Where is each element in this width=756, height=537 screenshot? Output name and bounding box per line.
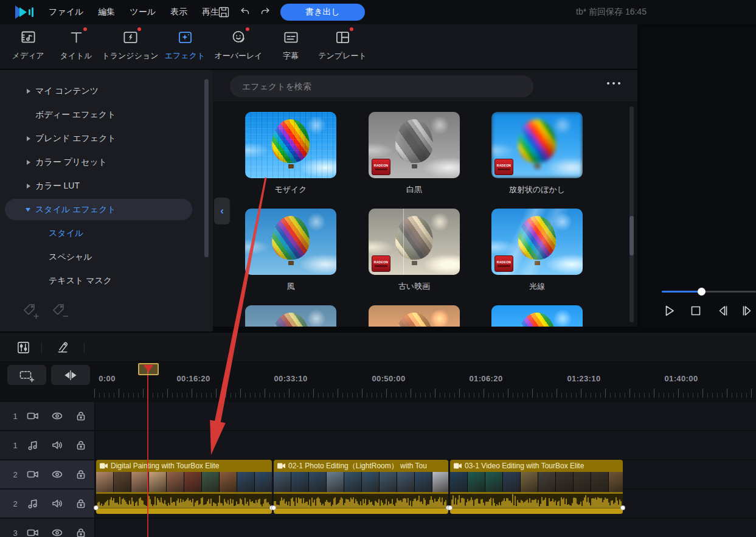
- track-row-video-3: 3: [0, 519, 756, 537]
- timeline-clip-digital-painting[interactable]: Digital Painting with TourBox Elite: [96, 460, 272, 514]
- speaker-icon[interactable]: [51, 497, 63, 510]
- divider: [41, 342, 42, 353]
- visibility-eye-icon[interactable]: [51, 410, 63, 422]
- menu-view[interactable]: 表示: [170, 7, 187, 18]
- visibility-eye-icon[interactable]: [51, 468, 63, 480]
- more-menu-icon[interactable]: [607, 82, 620, 85]
- tab-template[interactable]: テンプレート: [309, 29, 376, 67]
- ruler-timestamp: 01:40:00: [664, 374, 698, 383]
- sidebar-item-text-mask[interactable]: テキスト マスク: [0, 269, 213, 293]
- sidebar-item-style-effects[interactable]: スタイル エフェクト: [5, 199, 192, 220]
- effect-card-wind[interactable]: 風: [245, 209, 336, 292]
- track-header: 1: [0, 431, 94, 459]
- track-header: 3: [0, 519, 94, 537]
- preview-progress-slider[interactable]: [662, 291, 756, 293]
- sidebar-item-color-lut[interactable]: カラー LUT: [0, 175, 213, 198]
- timeline-clip-photo-editing[interactable]: 02-1 Photo Editing（LightRoom） with Tou: [274, 460, 448, 514]
- undo-icon[interactable]: [239, 6, 251, 18]
- playhead-handle[interactable]: [138, 363, 159, 375]
- remove-tag-icon[interactable]: [51, 302, 68, 319]
- effect-card-partial-3[interactable]: [491, 305, 583, 327]
- track-number: 2: [11, 499, 19, 508]
- track-row-video-1: 1: [0, 402, 756, 430]
- adjust-mixer-icon[interactable]: [16, 341, 30, 355]
- stop-button[interactable]: [689, 304, 702, 317]
- menu-tools[interactable]: ツール: [130, 7, 156, 18]
- app-window: ファイル 編集 ツール 表示 再生 書き出し tb* 前回保存 16:45 メデ…: [0, 0, 756, 537]
- sidebar-item-label: ボディー エフェクト: [35, 109, 116, 120]
- search-bar[interactable]: [230, 75, 533, 97]
- effect-label: モザイク: [245, 184, 336, 195]
- next-frame-button[interactable]: [741, 304, 754, 317]
- effects-scrollbar-track[interactable]: [629, 106, 634, 322]
- effect-label: 光線: [491, 281, 583, 292]
- search-input[interactable]: [230, 81, 533, 91]
- fade-handle[interactable]: [271, 505, 276, 510]
- sidebar-item-style[interactable]: スタイル: [0, 222, 213, 245]
- timeline-clip-video-editing[interactable]: 03-1 Video Editing with TourBox Elite: [450, 460, 623, 514]
- clip-waveform: [274, 492, 448, 508]
- snap-toggle-button[interactable]: [51, 365, 90, 385]
- effect-card-radial-blur[interactable]: RADEON 放射状のぼかし: [491, 112, 583, 195]
- template-icon: [335, 29, 351, 46]
- fade-handle[interactable]: [448, 505, 453, 510]
- visibility-eye-icon[interactable]: [51, 527, 63, 537]
- add-tag-icon[interactable]: [22, 302, 39, 319]
- fade-handle[interactable]: [94, 505, 99, 510]
- slider-thumb[interactable]: [698, 288, 706, 296]
- razor-cut-icon[interactable]: [57, 341, 71, 355]
- tab-label: トランジション: [102, 50, 158, 61]
- tab-label: タイトル: [60, 50, 92, 61]
- lock-icon[interactable]: [75, 410, 87, 422]
- track-lane[interactable]: [95, 519, 756, 537]
- effect-card-black-white[interactable]: RADEON 白黒: [369, 112, 460, 195]
- sidebar-item-my-content[interactable]: マイ コンテンツ: [0, 80, 213, 103]
- ruler-timestamp: 00:33:10: [274, 374, 307, 383]
- track-number: 3: [11, 528, 19, 537]
- notification-dot: [246, 27, 249, 31]
- effect-card-mosaic[interactable]: モザイク: [245, 112, 336, 195]
- add-track-button[interactable]: [7, 365, 46, 385]
- top-menu-bar: ファイル 編集 ツール 表示 再生 書き出し tb* 前回保存 16:45: [0, 0, 756, 24]
- effect-icon: [177, 29, 193, 46]
- sidebar-item-label: カラー プリセット: [35, 157, 107, 168]
- timeline-ruler[interactable]: [94, 386, 756, 400]
- clip-waveform: [96, 492, 272, 508]
- export-button[interactable]: 書き出し: [280, 4, 365, 21]
- lock-icon[interactable]: [75, 527, 87, 537]
- timeline-toolbar: [0, 331, 756, 361]
- effect-card-partial-2[interactable]: [369, 305, 460, 327]
- music-note-icon: [27, 439, 39, 451]
- lock-icon[interactable]: [75, 497, 87, 510]
- track-lane[interactable]: [95, 402, 756, 430]
- sidebar-item-special[interactable]: スペシャル: [0, 246, 213, 269]
- previous-frame-button[interactable]: [716, 304, 729, 317]
- effect-card-old-film[interactable]: RADEON 古い映画: [369, 209, 460, 292]
- lock-icon[interactable]: [75, 468, 87, 480]
- track-number: 1: [11, 412, 19, 421]
- title-icon: [68, 29, 85, 46]
- menu-file[interactable]: ファイル: [49, 7, 83, 18]
- effects-scrollbar-thumb[interactable]: [629, 216, 634, 255]
- collapse-panel-button[interactable]: ‹: [214, 198, 230, 224]
- effect-card-light-ray[interactable]: RADEON 光線: [491, 209, 583, 292]
- lock-icon[interactable]: [75, 439, 87, 451]
- clip-title-bar: Digital Painting with TourBox Elite: [96, 460, 272, 472]
- chevron-right-icon: [27, 136, 30, 141]
- sidebar-item-label: テキスト マスク: [49, 275, 112, 286]
- save-icon[interactable]: [218, 6, 230, 18]
- effect-card-partial-1[interactable]: [245, 305, 336, 327]
- menu-edit[interactable]: 編集: [98, 7, 115, 18]
- radeon-badge: RADEON: [494, 159, 513, 175]
- sidebar-item-blend-effects[interactable]: ブレンド エフェクト: [0, 127, 213, 150]
- redo-icon[interactable]: [259, 6, 271, 18]
- sidebar-item-body-effects[interactable]: ボディー エフェクト: [0, 103, 213, 126]
- balloon-thumbnail: [245, 305, 336, 327]
- speaker-icon[interactable]: [51, 439, 63, 451]
- fade-handle[interactable]: [620, 505, 625, 510]
- track-number: 2: [11, 470, 19, 479]
- play-button[interactable]: [662, 304, 676, 317]
- sidebar-item-color-preset[interactable]: カラー プリセット: [0, 151, 213, 174]
- track-lane[interactable]: [95, 431, 756, 459]
- sidebar-scrollbar[interactable]: [204, 79, 209, 257]
